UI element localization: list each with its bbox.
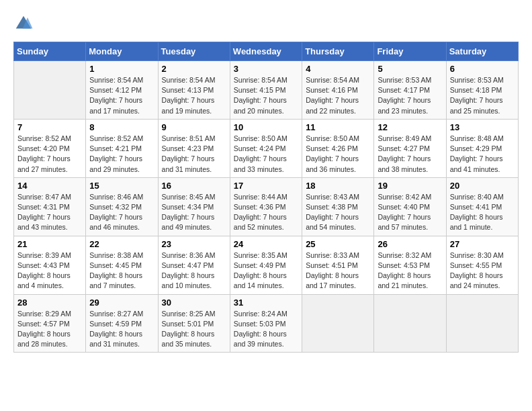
calendar-cell: 17Sunrise: 8:44 AMSunset: 4:36 PMDayligh… — [230, 177, 302, 236]
logo — [13, 13, 36, 34]
day-info: Sunrise: 8:53 AMSunset: 4:18 PMDaylight:… — [450, 76, 504, 115]
calendar-cell: 10Sunrise: 8:50 AMSunset: 4:24 PMDayligh… — [230, 119, 302, 177]
day-info: Sunrise: 8:33 AMSunset: 4:51 PMDaylight:… — [306, 251, 359, 290]
calendar-cell — [446, 294, 518, 353]
day-info: Sunrise: 8:52 AMSunset: 4:20 PMDaylight:… — [17, 134, 71, 173]
calendar-table: Sunday Monday Tuesday Wednesday Thursday… — [13, 42, 519, 353]
day-info: Sunrise: 8:43 AMSunset: 4:38 PMDaylight:… — [306, 193, 359, 232]
day-info: Sunrise: 8:45 AMSunset: 4:34 PMDaylight:… — [162, 193, 216, 232]
day-number: 24 — [234, 239, 298, 249]
col-friday: Friday — [374, 42, 446, 61]
day-number: 5 — [378, 64, 442, 74]
col-saturday: Saturday — [446, 42, 518, 61]
calendar-cell: 18Sunrise: 8:43 AMSunset: 4:38 PMDayligh… — [302, 177, 374, 236]
day-number: 17 — [234, 181, 298, 191]
calendar-cell: 2Sunrise: 8:54 AMSunset: 4:13 PMDaylight… — [158, 61, 230, 120]
day-number: 3 — [234, 64, 298, 74]
calendar-cell: 27Sunrise: 8:30 AMSunset: 4:55 PMDayligh… — [446, 236, 518, 294]
calendar-cell: 28Sunrise: 8:29 AMSunset: 4:57 PMDayligh… — [14, 294, 86, 353]
day-number: 6 — [450, 64, 515, 74]
calendar-cell: 15Sunrise: 8:46 AMSunset: 4:32 PMDayligh… — [86, 177, 158, 236]
col-tuesday: Tuesday — [158, 42, 230, 61]
day-number: 10 — [234, 122, 298, 132]
calendar-cell: 16Sunrise: 8:45 AMSunset: 4:34 PMDayligh… — [158, 177, 230, 236]
day-info: Sunrise: 8:35 AMSunset: 4:49 PMDaylight:… — [234, 251, 287, 290]
day-info: Sunrise: 8:30 AMSunset: 4:55 PMDaylight:… — [450, 251, 504, 290]
day-info: Sunrise: 8:27 AMSunset: 4:59 PMDaylight:… — [89, 310, 143, 349]
day-info: Sunrise: 8:52 AMSunset: 4:21 PMDaylight:… — [89, 134, 143, 173]
day-info: Sunrise: 8:40 AMSunset: 4:41 PMDaylight:… — [450, 193, 504, 232]
calendar-body: 1Sunrise: 8:54 AMSunset: 4:12 PMDaylight… — [14, 61, 519, 353]
calendar-cell: 14Sunrise: 8:47 AMSunset: 4:31 PMDayligh… — [14, 177, 86, 236]
page-header — [13, 13, 519, 34]
calendar-cell: 26Sunrise: 8:32 AMSunset: 4:53 PMDayligh… — [374, 236, 446, 294]
logo-icon — [13, 13, 34, 34]
calendar-week-5: 28Sunrise: 8:29 AMSunset: 4:57 PMDayligh… — [14, 294, 519, 353]
day-number: 16 — [162, 181, 226, 191]
day-info: Sunrise: 8:47 AMSunset: 4:31 PMDaylight:… — [17, 193, 71, 232]
calendar-cell: 6Sunrise: 8:53 AMSunset: 4:18 PMDaylight… — [446, 61, 518, 120]
day-info: Sunrise: 8:50 AMSunset: 4:24 PMDaylight:… — [234, 134, 287, 173]
day-info: Sunrise: 8:54 AMSunset: 4:16 PMDaylight:… — [306, 76, 359, 115]
calendar-cell: 1Sunrise: 8:54 AMSunset: 4:12 PMDaylight… — [86, 61, 158, 120]
col-thursday: Thursday — [302, 42, 374, 61]
calendar-cell: 8Sunrise: 8:52 AMSunset: 4:21 PMDaylight… — [86, 119, 158, 177]
day-info: Sunrise: 8:36 AMSunset: 4:47 PMDaylight:… — [162, 251, 216, 290]
day-number: 1 — [89, 64, 154, 74]
day-number: 22 — [89, 239, 154, 249]
calendar-cell: 4Sunrise: 8:54 AMSunset: 4:16 PMDaylight… — [302, 61, 374, 120]
day-number: 18 — [306, 181, 370, 191]
day-number: 11 — [306, 122, 370, 132]
day-info: Sunrise: 8:24 AMSunset: 5:03 PMDaylight:… — [234, 310, 287, 349]
day-number: 13 — [450, 122, 515, 132]
calendar-week-3: 14Sunrise: 8:47 AMSunset: 4:31 PMDayligh… — [14, 177, 519, 236]
day-info: Sunrise: 8:32 AMSunset: 4:53 PMDaylight:… — [378, 251, 431, 290]
day-info: Sunrise: 8:29 AMSunset: 4:57 PMDaylight:… — [17, 310, 71, 349]
day-number: 30 — [162, 298, 226, 308]
day-number: 27 — [450, 239, 515, 249]
calendar-cell: 11Sunrise: 8:50 AMSunset: 4:26 PMDayligh… — [302, 119, 374, 177]
calendar-cell: 31Sunrise: 8:24 AMSunset: 5:03 PMDayligh… — [230, 294, 302, 353]
day-info: Sunrise: 8:49 AMSunset: 4:27 PMDaylight:… — [378, 134, 431, 173]
calendar-cell: 21Sunrise: 8:39 AMSunset: 4:43 PMDayligh… — [14, 236, 86, 294]
calendar-cell: 3Sunrise: 8:54 AMSunset: 4:15 PMDaylight… — [230, 61, 302, 120]
day-number: 21 — [17, 239, 82, 249]
day-number: 19 — [378, 181, 442, 191]
calendar-cell: 29Sunrise: 8:27 AMSunset: 4:59 PMDayligh… — [86, 294, 158, 353]
day-info: Sunrise: 8:39 AMSunset: 4:43 PMDaylight:… — [17, 251, 71, 290]
day-info: Sunrise: 8:48 AMSunset: 4:29 PMDaylight:… — [450, 134, 504, 173]
calendar-cell: 12Sunrise: 8:49 AMSunset: 4:27 PMDayligh… — [374, 119, 446, 177]
day-number: 29 — [89, 298, 154, 308]
day-number: 31 — [234, 298, 298, 308]
day-number: 20 — [450, 181, 515, 191]
calendar-cell: 9Sunrise: 8:51 AMSunset: 4:23 PMDaylight… — [158, 119, 230, 177]
day-info: Sunrise: 8:25 AMSunset: 5:01 PMDaylight:… — [162, 310, 216, 349]
calendar-week-4: 21Sunrise: 8:39 AMSunset: 4:43 PMDayligh… — [14, 236, 519, 294]
calendar-cell: 7Sunrise: 8:52 AMSunset: 4:20 PMDaylight… — [14, 119, 86, 177]
calendar-cell: 23Sunrise: 8:36 AMSunset: 4:47 PMDayligh… — [158, 236, 230, 294]
day-number: 23 — [162, 239, 226, 249]
day-number: 28 — [17, 298, 82, 308]
header-row: Sunday Monday Tuesday Wednesday Thursday… — [14, 42, 519, 61]
day-number: 14 — [17, 181, 82, 191]
day-info: Sunrise: 8:54 AMSunset: 4:13 PMDaylight:… — [162, 76, 216, 115]
calendar-cell: 24Sunrise: 8:35 AMSunset: 4:49 PMDayligh… — [230, 236, 302, 294]
calendar-cell: 25Sunrise: 8:33 AMSunset: 4:51 PMDayligh… — [302, 236, 374, 294]
calendar-cell: 30Sunrise: 8:25 AMSunset: 5:01 PMDayligh… — [158, 294, 230, 353]
day-number: 7 — [17, 122, 82, 132]
day-number: 12 — [378, 122, 442, 132]
day-info: Sunrise: 8:46 AMSunset: 4:32 PMDaylight:… — [89, 193, 143, 232]
calendar-week-2: 7Sunrise: 8:52 AMSunset: 4:20 PMDaylight… — [14, 119, 519, 177]
col-monday: Monday — [86, 42, 158, 61]
day-number: 9 — [162, 122, 226, 132]
day-number: 15 — [89, 181, 154, 191]
day-number: 2 — [162, 64, 226, 74]
day-info: Sunrise: 8:42 AMSunset: 4:40 PMDaylight:… — [378, 193, 431, 232]
calendar-cell: 13Sunrise: 8:48 AMSunset: 4:29 PMDayligh… — [446, 119, 518, 177]
day-info: Sunrise: 8:54 AMSunset: 4:15 PMDaylight:… — [234, 76, 287, 115]
day-info: Sunrise: 8:53 AMSunset: 4:17 PMDaylight:… — [378, 76, 431, 115]
day-info: Sunrise: 8:50 AMSunset: 4:26 PMDaylight:… — [306, 134, 359, 173]
day-number: 4 — [306, 64, 370, 74]
day-number: 8 — [89, 122, 154, 132]
calendar-cell — [14, 61, 86, 120]
